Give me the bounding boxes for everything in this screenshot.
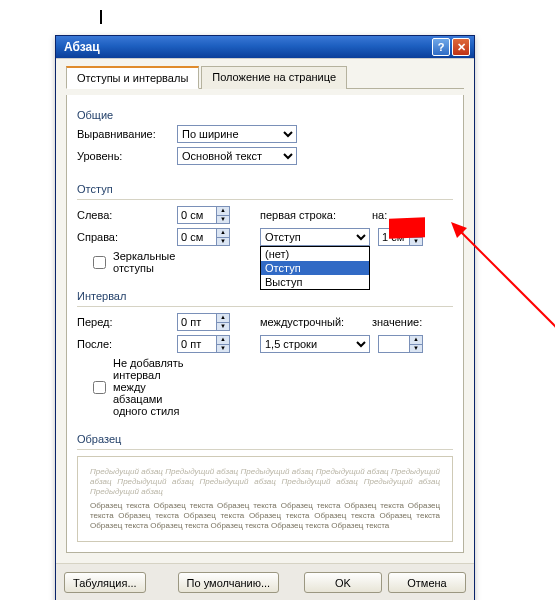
- ok-button[interactable]: OK: [304, 572, 382, 593]
- mirror-indents-label: Зеркальные отступы: [113, 250, 189, 274]
- alignment-select[interactable]: По ширине: [177, 125, 297, 143]
- group-indent: Отступ: [77, 183, 453, 195]
- linespacing-select[interactable]: 1,5 строки: [260, 335, 370, 353]
- tabstrip: Отступы и интервалы Положение на страниц…: [66, 65, 464, 89]
- first-line-select[interactable]: Отступ: [260, 228, 370, 246]
- dropdown-option-hanging[interactable]: Выступ: [261, 275, 369, 289]
- button-bar: Табуляция... По умолчанию... OK Отмена: [56, 563, 474, 600]
- linespacing-label: междустрочный:: [260, 316, 372, 328]
- after-input[interactable]: [178, 336, 216, 352]
- text-cursor: [100, 10, 102, 24]
- indent-right-input[interactable]: [178, 229, 216, 245]
- before-input[interactable]: [178, 314, 216, 330]
- level-label: Уровень:: [77, 150, 177, 162]
- mirror-indents[interactable]: Зеркальные отступы: [89, 250, 189, 274]
- tabs-button[interactable]: Табуляция...: [64, 572, 146, 593]
- paragraph-dialog: Абзац ? ✕ Отступы и интервалы Положение …: [55, 35, 475, 600]
- after-label: После:: [77, 338, 177, 350]
- no-space-same-style[interactable]: Не добавлять интервал между абзацами одн…: [89, 357, 189, 417]
- before-spinner[interactable]: ▲▼: [177, 313, 230, 331]
- spin-up-icon[interactable]: ▲: [410, 229, 422, 238]
- spin-down-icon[interactable]: ▼: [217, 345, 229, 353]
- no-space-label: Не добавлять интервал между абзацами одн…: [113, 357, 189, 417]
- spin-down-icon[interactable]: ▼: [410, 238, 422, 246]
- alignment-label: Выравнивание:: [77, 128, 177, 140]
- tab-indents[interactable]: Отступы и интервалы: [66, 66, 199, 89]
- tab-position[interactable]: Положение на странице: [201, 66, 347, 89]
- at-input[interactable]: [379, 336, 409, 352]
- help-button[interactable]: ?: [432, 38, 450, 56]
- after-spinner[interactable]: ▲▼: [177, 335, 230, 353]
- spin-up-icon[interactable]: ▲: [410, 336, 422, 345]
- spin-up-icon[interactable]: ▲: [217, 229, 229, 238]
- mirror-indents-checkbox[interactable]: [93, 256, 106, 269]
- sample-mid: Образец текста Образец текста Образец те…: [90, 501, 440, 531]
- cancel-button[interactable]: Отмена: [388, 572, 466, 593]
- indent-left-label: Слева:: [77, 209, 177, 221]
- group-spacing: Интервал: [77, 290, 453, 302]
- dropdown-option-none[interactable]: (нет): [261, 247, 369, 261]
- first-line-dropdown-list[interactable]: (нет) Отступ Выступ: [260, 246, 370, 290]
- at-spinner[interactable]: ▲▼: [378, 335, 423, 353]
- indent-right-spinner[interactable]: ▲▼: [177, 228, 230, 246]
- close-button[interactable]: ✕: [452, 38, 470, 56]
- indent-left-spinner[interactable]: ▲▼: [177, 206, 230, 224]
- by-input[interactable]: [379, 229, 409, 245]
- no-space-checkbox[interactable]: [93, 381, 106, 394]
- spin-up-icon[interactable]: ▲: [217, 336, 229, 345]
- at-label: значение:: [372, 316, 422, 328]
- indent-right-label: Справа:: [77, 231, 177, 243]
- sample-prev: Предыдущий абзац Предыдущий абзац Предыд…: [90, 467, 440, 497]
- default-button[interactable]: По умолчанию...: [178, 572, 280, 593]
- spin-down-icon[interactable]: ▼: [217, 238, 229, 246]
- dialog-body: Отступы и интервалы Положение на страниц…: [56, 58, 474, 563]
- before-label: Перед:: [77, 316, 177, 328]
- spin-down-icon[interactable]: ▼: [410, 345, 422, 353]
- sample-preview: Предыдущий абзац Предыдущий абзац Предыд…: [77, 456, 453, 542]
- spin-up-icon[interactable]: ▲: [217, 207, 229, 216]
- dropdown-option-indent[interactable]: Отступ: [261, 261, 369, 275]
- indent-left-input[interactable]: [178, 207, 216, 223]
- window-title: Абзац: [64, 40, 430, 54]
- by-spinner[interactable]: ▲▼: [378, 228, 423, 246]
- tab-panel: Общие Выравнивание: По ширине Уровень: О…: [66, 95, 464, 553]
- divider: [77, 306, 453, 307]
- divider: [77, 449, 453, 450]
- group-general: Общие: [77, 109, 453, 121]
- first-line-label: первая строка:: [260, 209, 372, 221]
- divider: [77, 199, 453, 200]
- by-label: на:: [372, 209, 402, 221]
- spin-up-icon[interactable]: ▲: [217, 314, 229, 323]
- group-sample: Образец: [77, 433, 453, 445]
- spin-down-icon[interactable]: ▼: [217, 216, 229, 224]
- spin-down-icon[interactable]: ▼: [217, 323, 229, 331]
- titlebar[interactable]: Абзац ? ✕: [56, 36, 474, 58]
- level-select[interactable]: Основной текст: [177, 147, 297, 165]
